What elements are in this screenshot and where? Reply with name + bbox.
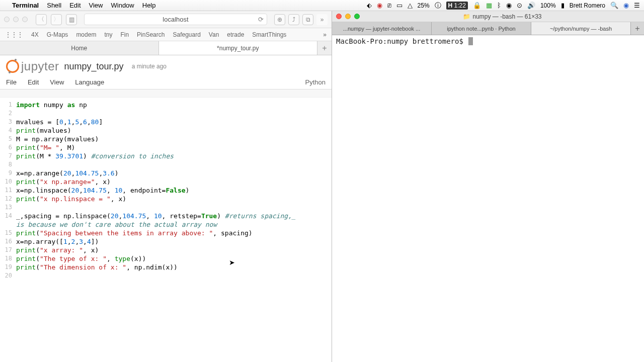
jupyter-logo[interactable]: jupyter <box>6 59 59 73</box>
bookmark-4x[interactable]: 4X <box>31 31 39 38</box>
wifi-icon[interactable]: ◉ <box>506 2 512 9</box>
terminal-cursor <box>468 37 473 45</box>
code-line[interactable]: 14_,spacing = np.linspace(20,104.75, 10,… <box>0 212 332 220</box>
term-zoom[interactable] <box>354 14 360 19</box>
jupyter-toolbar <box>0 89 332 98</box>
user-name[interactable]: Brett Romero <box>570 2 605 9</box>
code-line[interactable]: 5M = np.array(mvalues) <box>0 135 332 143</box>
display-icon[interactable]: ▭ <box>396 2 403 9</box>
gdrive-icon[interactable]: △ <box>408 2 413 9</box>
code-line[interactable]: 2 <box>0 109 332 118</box>
save-timestamp: a minute ago <box>132 63 167 70</box>
browser-window: 〈 〉 ▥ localhost ⟳ ⊕ ⤴ ⧉ » ⋮⋮⋮ 4X G-Maps … <box>0 11 332 362</box>
code-line[interactable]: 3mvalues = [0,1,5,6,80] <box>0 118 332 126</box>
activity-icon[interactable]: ▦ <box>486 2 492 9</box>
bookmark-safeguard[interactable]: Safeguard <box>173 31 200 38</box>
term-close[interactable] <box>336 14 342 19</box>
apps-icon[interactable]: ⋮⋮⋮ <box>5 31 23 38</box>
battery-full[interactable]: 100% <box>540 2 556 9</box>
clock[interactable]: H 1:22 <box>446 2 468 10</box>
code-line[interactable]: 15print("Spacing between the items in ar… <box>0 229 332 237</box>
term-tab-1[interactable]: ...numpy — jupyter-notebook ... <box>332 22 432 35</box>
bookmark-gmaps[interactable]: G-Maps <box>47 31 68 38</box>
bluetooth-icon[interactable]: ᛒ <box>497 2 501 9</box>
code-line[interactable]: 6print("M= ", M) <box>0 143 332 152</box>
bookmark-smartthings[interactable]: SmartThings <box>252 31 286 38</box>
code-line[interactable]: 18print("The type of x: ", type(x)) <box>0 254 332 263</box>
code-line[interactable]: 4print(mvalues) <box>0 126 332 135</box>
window-zoom[interactable] <box>22 17 28 22</box>
terminal-prompt: MacBook-Pro:numpy brettromero$ <box>336 37 467 45</box>
jup-menu-view[interactable]: View <box>50 78 64 86</box>
wifi2-icon[interactable]: ⊙ <box>517 2 522 9</box>
notebook-filename[interactable]: numpy_tour.py <box>64 61 124 72</box>
bookmark-modem[interactable]: modem <box>76 31 96 38</box>
term-minimize[interactable] <box>345 14 351 19</box>
help-icon[interactable]: ⓘ <box>435 1 441 10</box>
bookmark-van[interactable]: Van <box>209 31 219 38</box>
battery-pct[interactable]: 25% <box>418 2 430 9</box>
bookmark-fin[interactable]: Fin <box>120 31 129 38</box>
kernel-indicator[interactable]: Python <box>305 78 326 86</box>
terminal-body[interactable]: MacBook-Pro:numpy brettromero$ <box>332 35 644 362</box>
siri-icon[interactable]: ◉ <box>623 2 629 9</box>
terminal-titlebar: 📁 numpy — -bash — 61×33 <box>332 11 644 22</box>
bookmark-tny[interactable]: tny <box>104 31 112 38</box>
more-button[interactable]: » <box>316 14 328 25</box>
battery-icon[interactable]: ▮ <box>561 2 565 9</box>
address-bar[interactable]: localhost ⟳ <box>84 14 267 25</box>
new-tab-button[interactable]: + <box>317 41 332 55</box>
code-line[interactable]: is because we don't care about the actua… <box>0 220 332 229</box>
code-line[interactable]: 20 <box>0 272 332 280</box>
dropbox-icon[interactable]: ⬖ <box>367 2 372 9</box>
code-line[interactable]: 16x=np.array([1,2,3,4]) <box>0 237 332 246</box>
lock-icon[interactable]: 🔒 <box>473 2 481 9</box>
term-new-tab[interactable]: + <box>631 22 644 35</box>
code-line[interactable]: 12print("x np.linspace = ", x) <box>0 195 332 203</box>
menu-edit[interactable]: Edit <box>69 2 80 9</box>
share-button[interactable]: ⤴ <box>288 14 299 25</box>
code-line[interactable]: 19print("The dimension of x: ", np.ndim(… <box>0 263 332 272</box>
term-tab-3[interactable]: ~/python/numpy — -bash <box>531 22 631 35</box>
code-line[interactable]: 13 <box>0 203 332 212</box>
search-icon[interactable]: 🔍 <box>610 2 618 9</box>
bookmark-pinsearch[interactable]: PinSearch <box>137 31 165 38</box>
back-button[interactable]: 〈 <box>36 14 47 25</box>
jupyter-header: jupyter numpy_tour.py a minute ago <box>0 55 332 75</box>
bookmark-bar: ⋮⋮⋮ 4X G-Maps modem tny Fin PinSearch Sa… <box>0 28 332 41</box>
code-line[interactable]: 9x=np.arange(20,104.75,3.6) <box>0 169 332 177</box>
jup-menu-edit[interactable]: Edit <box>28 78 39 86</box>
volume-icon[interactable]: 🔊 <box>527 2 535 9</box>
forward-button[interactable]: 〉 <box>51 14 62 25</box>
tab-numpy-tour[interactable]: *numpy_tour.py <box>159 41 318 55</box>
reload-icon[interactable]: ⟳ <box>258 16 264 23</box>
jup-menu-language[interactable]: Language <box>75 78 104 86</box>
code-line[interactable]: 11x=np.linspace(20,104.75, 10, endpoint=… <box>0 186 332 195</box>
code-line[interactable]: 1import numpy as np <box>0 101 332 109</box>
menu-help[interactable]: Help <box>142 2 156 9</box>
code-line[interactable]: 7print(M * 39.3701) #conversion to inche… <box>0 152 332 160</box>
code-line[interactable]: 8 <box>0 160 332 169</box>
jup-menu-file[interactable]: File <box>6 78 17 86</box>
notifications-icon[interactable]: ☰ <box>634 2 640 9</box>
terminal-tabs: ...numpy — jupyter-notebook ... ipython … <box>332 22 644 35</box>
browser-toolbar: 〈 〉 ▥ localhost ⟳ ⊕ ⤴ ⧉ » <box>0 11 332 28</box>
menu-window[interactable]: Window <box>111 2 134 9</box>
screen-icon[interactable]: ⎚ <box>387 2 391 9</box>
code-editor[interactable]: 1import numpy as np23mvalues = [0,1,5,6,… <box>0 98 332 362</box>
bookmark-etrade[interactable]: etrade <box>227 31 244 38</box>
term-tab-2[interactable]: ipython note...pynb · Python <box>432 22 531 35</box>
bookmarks-overflow[interactable]: » <box>323 31 327 38</box>
tabs-button[interactable]: ⧉ <box>302 14 313 25</box>
app-icon[interactable]: ◉ <box>377 2 382 9</box>
menu-shell[interactable]: Shell <box>47 2 61 9</box>
window-close[interactable] <box>4 17 10 22</box>
window-minimize[interactable] <box>13 17 19 22</box>
code-line[interactable]: 10print("x np.arange=", x) <box>0 177 332 186</box>
code-line[interactable]: 17print("x array: ", x) <box>0 246 332 254</box>
tab-home[interactable]: Home <box>0 41 159 55</box>
app-name[interactable]: Terminal <box>12 2 39 9</box>
sidebar-button[interactable]: ▥ <box>66 14 77 25</box>
menu-view[interactable]: View <box>89 2 103 9</box>
download-button[interactable]: ⊕ <box>274 14 285 25</box>
